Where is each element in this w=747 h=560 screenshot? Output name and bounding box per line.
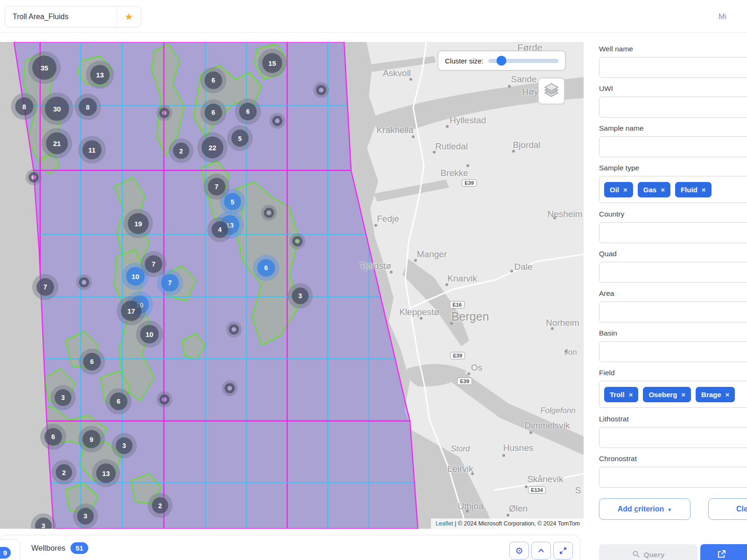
well-ring-marker[interactable] xyxy=(264,208,274,218)
sample-type-tag-oil[interactable]: Oil× xyxy=(604,182,633,197)
leaflet-link[interactable]: Leaflet xyxy=(436,520,453,527)
cluster-marker[interactable]: 17 xyxy=(121,301,141,321)
cluster-marker[interactable]: 6 xyxy=(44,428,62,446)
chronostrat-input[interactable] xyxy=(599,467,747,488)
cluster-marker[interactable]: 8 xyxy=(79,98,97,116)
favorite-button[interactable]: ★ xyxy=(117,7,141,27)
cluster-marker[interactable]: 3 xyxy=(77,508,94,525)
country-input[interactable] xyxy=(599,222,747,243)
cluster-marker[interactable]: 2 xyxy=(173,143,190,159)
cluster-marker[interactable]: 3 xyxy=(55,389,71,406)
cluster-marker[interactable]: 22 xyxy=(202,137,224,159)
cluster-marker[interactable]: 9 xyxy=(83,430,101,448)
cluster-size-slider[interactable] xyxy=(488,59,558,63)
well-ring-marker[interactable] xyxy=(292,236,303,246)
field-lithostrat: Lithostrat xyxy=(599,415,747,455)
view-name-input[interactable] xyxy=(5,7,117,27)
sample-type-tag-container[interactable]: Oil×Gas×Fluid× xyxy=(599,176,747,203)
add-criterion-button[interactable]: Add criterion ▼ xyxy=(599,498,691,520)
remove-tag-icon[interactable]: × xyxy=(681,391,685,399)
well-ring-marker[interactable] xyxy=(272,116,282,126)
well-ring-marker[interactable] xyxy=(316,85,326,95)
well-ring-marker[interactable] xyxy=(229,324,239,335)
cluster-marker[interactable]: 6 xyxy=(204,71,222,89)
tag-label: Gas xyxy=(643,186,656,194)
cluster-marker[interactable]: 2 xyxy=(152,497,169,514)
basin-input[interactable] xyxy=(599,341,747,362)
remove-tag-icon[interactable]: × xyxy=(661,186,665,194)
cluster-marker[interactable]: 5 xyxy=(232,130,249,147)
cluster-marker[interactable]: 30 xyxy=(45,97,69,121)
field-tag-oseberg[interactable]: Oseberg× xyxy=(643,387,691,402)
layers-control-button[interactable] xyxy=(538,77,565,105)
cluster-marker[interactable]: 13 xyxy=(90,65,110,84)
field-label-area: Area xyxy=(599,289,747,299)
remove-tag-icon[interactable]: × xyxy=(726,391,730,399)
cluster-marker[interactable]: 8 xyxy=(15,98,34,116)
field-tag-brage[interactable]: Brage× xyxy=(696,387,735,402)
open-results-button[interactable] xyxy=(700,544,747,560)
place-label: Leirvik xyxy=(448,464,473,474)
query-button[interactable]: Query xyxy=(599,544,698,560)
quad-input[interactable] xyxy=(599,262,747,283)
results-bottom-bar: 9 Wellbores 51 ⚙ xyxy=(0,535,580,560)
cluster-marker[interactable]: 6 xyxy=(257,259,275,277)
cluster-marker[interactable]: 10 xyxy=(140,325,159,343)
place-label: Brekke xyxy=(440,168,468,178)
cluster-marker[interactable]: 6 xyxy=(83,353,101,371)
well-ring-marker[interactable] xyxy=(79,277,89,287)
remove-tag-icon[interactable]: × xyxy=(629,391,633,399)
well-ring-marker[interactable] xyxy=(28,172,39,182)
cluster-marker[interactable]: 13 xyxy=(96,463,116,483)
cluster-marker[interactable]: 10 xyxy=(126,267,145,286)
cluster-marker[interactable]: 7 xyxy=(208,178,226,196)
cluster-marker[interactable]: 2 xyxy=(56,464,72,481)
remove-tag-icon[interactable]: × xyxy=(702,186,706,194)
cluster-marker[interactable]: 11 xyxy=(83,140,102,160)
results-settings-button[interactable]: ⚙ xyxy=(509,542,529,560)
well-ring-marker[interactable] xyxy=(159,394,169,405)
field-tag-troll[interactable]: Troll× xyxy=(604,387,638,402)
collapse-panel-button[interactable] xyxy=(531,542,551,560)
search-criteria-panel: Well nameUWISample nameSample typeOil×Ga… xyxy=(599,33,747,520)
top-right-menu-text[interactable]: Mi xyxy=(719,13,726,21)
cluster-marker[interactable]: 15 xyxy=(262,53,282,73)
field-chronostrat: Chronostrat xyxy=(599,455,747,494)
cluster-marker[interactable]: 3 xyxy=(35,518,52,529)
map-canvas[interactable]: FørdeAskvollSandeHøyangerHyllestadKrakhe… xyxy=(0,42,584,529)
cluster-marker[interactable]: 3 xyxy=(292,287,309,304)
cluster-marker[interactable]: 21 xyxy=(46,133,68,154)
expand-panel-button[interactable] xyxy=(553,542,573,560)
sample-name-input[interactable] xyxy=(599,136,747,157)
cluster-size-label: Cluster size: xyxy=(445,57,484,65)
well-name-input[interactable] xyxy=(599,57,747,78)
cluster-marker[interactable]: 7 xyxy=(161,274,179,292)
cluster-marker[interactable]: 19 xyxy=(128,213,149,234)
place-dot xyxy=(466,164,469,167)
cluster-size-slider-thumb[interactable] xyxy=(497,56,507,66)
cluster-marker[interactable]: 3 xyxy=(116,437,133,454)
uwi-input[interactable] xyxy=(599,97,747,118)
cluster-marker[interactable]: 7 xyxy=(36,278,54,296)
clear-button[interactable]: Clear xyxy=(708,498,747,520)
field-tag-container[interactable]: Troll×Oseberg×Brage× xyxy=(599,381,747,408)
cluster-marker[interactable]: 5 xyxy=(224,193,241,210)
tag-label: Oseberg xyxy=(648,391,677,399)
area-input[interactable] xyxy=(599,301,747,322)
lithostrat-input[interactable] xyxy=(599,427,747,448)
cluster-marker[interactable]: 35 xyxy=(32,56,56,80)
place-dot xyxy=(507,514,509,517)
well-ring-marker[interactable] xyxy=(225,383,235,393)
wellbores-tab[interactable]: Wellbores xyxy=(31,544,65,553)
sample-type-tag-gas[interactable]: Gas× xyxy=(638,182,670,197)
sample-type-tag-fluid[interactable]: Fluid× xyxy=(675,182,712,197)
remove-tag-icon[interactable]: × xyxy=(623,186,627,194)
cluster-marker[interactable]: 7 xyxy=(145,255,162,273)
well-ring-marker[interactable] xyxy=(159,108,169,118)
field-label-basin: Basin xyxy=(599,329,747,338)
cluster-marker[interactable]: 6 xyxy=(110,392,127,410)
cluster-marker[interactable]: 4 xyxy=(211,221,228,238)
place-label: Krakhella xyxy=(376,125,413,135)
cluster-marker[interactable]: 6 xyxy=(204,104,222,121)
cluster-marker[interactable]: 6 xyxy=(239,103,257,120)
